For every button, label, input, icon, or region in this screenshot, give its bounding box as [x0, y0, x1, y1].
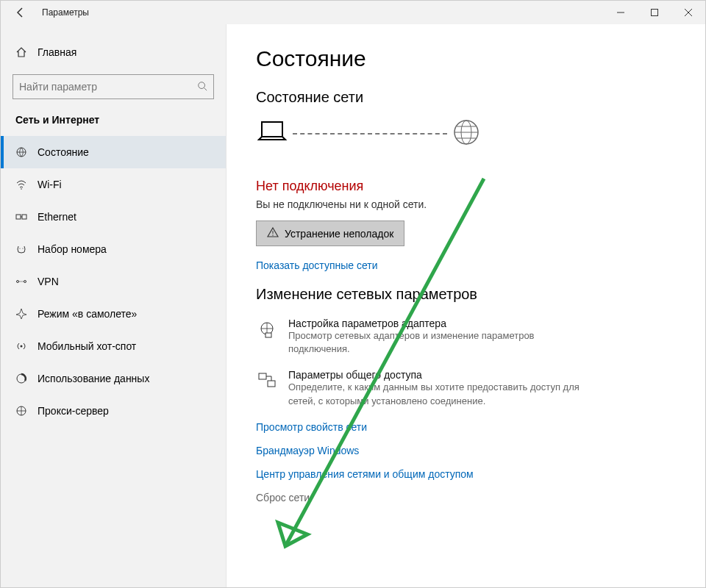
close-button[interactable] [671, 1, 705, 24]
sidebar: Главная Сеть и Интернет Состояние Wi-Fi … [1, 24, 227, 587]
sidebar-item-vpn[interactable]: VPN [1, 265, 226, 298]
sidebar-item-label: Режим «в самолете» [38, 308, 137, 320]
svg-rect-30 [268, 381, 275, 387]
sidebar-section-title: Сеть и Интернет [1, 114, 226, 136]
data-usage-icon [15, 373, 27, 384]
sidebar-item-ethernet[interactable]: Ethernet [1, 201, 226, 233]
svg-point-4 [199, 82, 205, 88]
sidebar-item-wifi[interactable]: Wi-Fi [1, 168, 226, 201]
sidebar-item-label: Прокси-сервер [38, 405, 109, 417]
connection-line [293, 133, 447, 135]
search-icon [197, 81, 207, 93]
adapter-settings-row[interactable]: Настройка параметров адаптера Просмотр с… [256, 318, 676, 356]
page-title: Состояние [256, 46, 676, 71]
svg-marker-32 [278, 523, 307, 546]
back-button[interactable] [14, 6, 27, 19]
firewall-link[interactable]: Брандмауэр Windows [256, 445, 676, 456]
main-content: Состояние Состояние сети Нет подключения… [227, 24, 705, 587]
minimize-button[interactable] [604, 1, 638, 24]
warning-icon [267, 226, 279, 240]
home-icon [15, 46, 27, 58]
svg-point-13 [17, 281, 19, 283]
sharing-desc: Определите, к каким данным вы хотите пре… [288, 381, 597, 407]
svg-point-14 [24, 281, 26, 283]
svg-point-12 [22, 248, 23, 248]
svg-point-16 [21, 345, 23, 348]
laptop-icon [256, 119, 288, 148]
status-subtitle: Вы не подключены ни к одной сети. [256, 198, 676, 210]
sharing-icon [256, 370, 278, 392]
window-title: Параметры [42, 7, 89, 18]
svg-rect-28 [265, 333, 271, 337]
search-box[interactable] [13, 74, 214, 99]
sidebar-item-label: Состояние [38, 146, 89, 158]
network-properties-link[interactable]: Просмотр свойств сети [256, 421, 676, 433]
maximize-button[interactable] [638, 1, 671, 24]
titlebar: Параметры [1, 1, 705, 24]
wifi-icon [15, 179, 27, 190]
sidebar-item-label: Использование данных [38, 373, 149, 384]
adapter-title: Настройка параметров адаптера [288, 318, 597, 329]
status-icon [15, 146, 27, 158]
sidebar-home-label: Главная [38, 46, 76, 58]
sidebar-item-label: Ethernet [38, 211, 76, 223]
sidebar-item-label: Набор номера [38, 243, 107, 255]
dialup-icon [15, 243, 27, 255]
show-networks-link[interactable]: Показать доступные сети [256, 259, 676, 271]
svg-point-7 [21, 188, 22, 190]
vpn-icon [15, 276, 27, 287]
adapter-icon [256, 319, 278, 341]
network-status-heading: Состояние сети [256, 89, 676, 106]
svg-point-26 [272, 234, 273, 235]
network-reset-link[interactable]: Сброс сети [256, 492, 676, 503]
svg-rect-8 [16, 215, 21, 219]
sidebar-item-data-usage[interactable]: Использование данных [1, 362, 226, 395]
change-params-heading: Изменение сетевых параметров [256, 286, 676, 303]
troubleshoot-label: Устранение неполадок [285, 228, 393, 240]
network-center-link[interactable]: Центр управления сетями и общим доступом [256, 468, 676, 480]
svg-point-11 [19, 248, 20, 248]
sidebar-item-label: VPN [38, 276, 59, 287]
adapter-desc: Просмотр сетевых адаптеров и изменение п… [288, 329, 597, 356]
sidebar-item-airplane[interactable]: Режим «в самолете» [1, 298, 226, 330]
sharing-title: Параметры общего доступа [288, 369, 597, 381]
sidebar-item-hotspot[interactable]: Мобильный хот-спот [1, 330, 226, 362]
sidebar-home[interactable]: Главная [1, 37, 226, 67]
svg-rect-29 [259, 373, 266, 379]
sidebar-item-dialup[interactable]: Набор номера [1, 233, 226, 265]
svg-rect-1 [652, 10, 658, 16]
airplane-icon [15, 308, 27, 320]
svg-line-5 [204, 87, 207, 90]
ethernet-icon [15, 211, 27, 223]
sidebar-item-status[interactable]: Состояние [1, 136, 226, 168]
network-diagram [256, 118, 676, 149]
sidebar-item-label: Wi-Fi [38, 179, 62, 190]
sidebar-item-proxy[interactable]: Прокси-сервер [1, 395, 226, 427]
search-input[interactable] [19, 81, 197, 93]
troubleshoot-button[interactable]: Устранение неполадок [256, 220, 404, 246]
sidebar-item-label: Мобильный хот-спот [38, 340, 136, 352]
status-title: Нет подключения [256, 179, 676, 194]
globe-icon [452, 118, 481, 149]
hotspot-icon [15, 340, 27, 352]
svg-rect-19 [262, 122, 282, 137]
sharing-settings-row[interactable]: Параметры общего доступа Определите, к к… [256, 369, 676, 407]
proxy-icon [15, 405, 27, 417]
svg-rect-9 [22, 215, 26, 219]
